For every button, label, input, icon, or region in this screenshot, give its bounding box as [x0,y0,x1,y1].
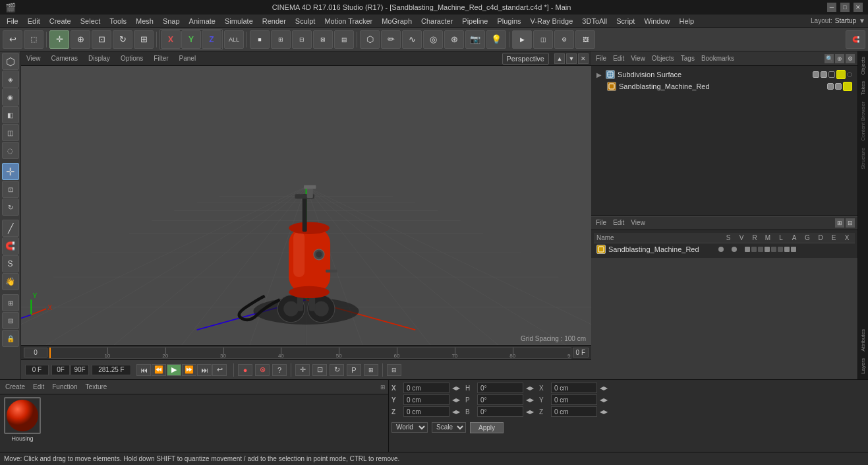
coord-sx-arrow[interactable]: ◀▶ [600,385,608,391]
maximize-btn[interactable]: □ [840,3,850,12]
undo-btn[interactable]: ↩ [3,30,22,49]
cube-btn[interactable]: ⬡ [360,30,380,49]
coord-z-arrow[interactable]: ◀▶ [452,409,460,415]
tool-rotate[interactable]: ↻ [2,199,19,216]
coord-sx-val[interactable] [551,383,597,393]
attr-col-r-box[interactable] [745,247,750,252]
all-axes-btn[interactable]: ALL [224,30,244,49]
om-row-subdiv[interactable]: ▶ Subdivision Surface [594,69,855,80]
coord-sz-val[interactable] [551,406,597,417]
record-btn[interactable]: ● [238,364,252,376]
tab-structure[interactable]: Structure [859,145,867,171]
om-menu-bookmarks[interactable]: Bookmarks [699,54,736,63]
object-btn[interactable]: ◎ [423,30,443,49]
mat-menu-function[interactable]: Function [49,383,80,391]
om-row-machine[interactable]: Sandblasting_Machine_Red [594,80,855,92]
x-axis-btn[interactable]: X [161,30,181,49]
coord-x-arrow[interactable]: ◀▶ [452,385,460,391]
coord-h-arrow[interactable]: ◀▶ [526,385,534,391]
render-to-picture-btn[interactable]: 🖼 [575,30,595,49]
question-btn[interactable]: ? [272,364,287,376]
3d-viewport[interactable]: X Y Z [21,66,591,345]
coord-sy-val[interactable] [551,394,597,405]
menu-mograph[interactable]: MoGraph [378,16,416,26]
redo-btn[interactable]: ⬚ [24,30,43,49]
layout-btn[interactable]: ⊟ [387,364,401,376]
move-tool-btn[interactable]: ⊕ [71,30,90,49]
select-move-btn[interactable]: ✛ [49,30,69,49]
om-menu-tags[interactable]: Tags [679,54,697,63]
prev-frame-btn[interactable]: ⏪ [152,364,166,376]
next-frame-btn[interactable]: ⏩ [182,364,196,376]
coord-y-arrow[interactable]: ◀▶ [452,397,460,403]
current-frame-field[interactable] [25,365,49,375]
tool-texture-mode[interactable]: ◈ [2,71,19,88]
menu-file[interactable]: File [3,16,22,26]
om-sort-btn[interactable]: ⊕ [835,54,844,63]
viewport-btn-4[interactable]: ⊠ [313,30,333,49]
snap-btn[interactable]: 🧲 [846,30,865,49]
attr-row-machine[interactable]: Sandblasting_Machine_Red [594,243,855,255]
menu-plugins[interactable]: Plugins [493,16,525,26]
menu-motion-tracker[interactable]: Motion Tracker [320,16,376,26]
vp-maximize-btn[interactable]: ▲ [554,53,565,64]
coord-world-dropdown[interactable]: World Object [391,422,428,433]
attr-col-x-box[interactable] [791,247,796,252]
menu-select[interactable]: Select [76,16,105,26]
menu-snap[interactable]: Snap [159,16,184,26]
tool-edge-mode[interactable]: ◫ [2,124,19,141]
attr-col-g-box[interactable] [771,247,776,252]
tool-lock[interactable]: 🔒 [2,330,19,347]
attr-v-dot[interactable] [732,247,737,252]
om-ed2[interactable] [835,83,842,90]
om-render-dot[interactable] [828,71,835,78]
key-pos-btn[interactable]: P [347,364,361,376]
menu-help[interactable]: Help [676,16,699,26]
om-menu-objects[interactable]: Objects [650,54,676,63]
viewport-btn-5[interactable]: ▤ [334,30,354,49]
tool-snap[interactable]: ⊟ [2,312,19,329]
tool-point-mode[interactable]: ◌ [2,142,19,159]
apply-button[interactable]: Apply [470,422,504,433]
record-stop-btn[interactable]: ⊗ [255,364,270,376]
attr-s-dot[interactable] [718,247,724,252]
frame-range-start[interactable] [51,365,70,375]
om-search-btn[interactable]: 🔍 [825,54,834,63]
viewport-btn-1[interactable]: ■ [250,30,270,49]
render-btn[interactable]: ▶ [512,30,532,49]
menu-pipeline[interactable]: Pipeline [458,16,492,26]
time-display[interactable] [92,365,131,375]
coord-b-arrow[interactable]: ◀▶ [526,409,534,415]
pen-btn[interactable]: ✏ [381,30,401,49]
coord-z-pos[interactable] [403,406,449,417]
scale-tool-btn[interactable]: ⊡ [92,30,111,49]
om-menu-edit[interactable]: Edit [611,54,626,63]
attr-icon2[interactable]: ⊟ [846,218,855,228]
coord-sz-arrow[interactable]: ◀▶ [600,409,608,415]
play-btn[interactable]: ▶ [167,364,181,376]
viewport-btn-3[interactable]: ⊟ [292,30,312,49]
menu-edit[interactable]: Edit [24,16,44,26]
frame-range-end[interactable] [71,365,89,375]
attr-icon1[interactable]: ⊞ [835,218,844,228]
om-menu-file[interactable]: File [594,54,608,63]
tab-takes[interactable]: Takes [859,78,867,98]
tool-grab[interactable]: 👋 [2,273,19,290]
goto-start-btn[interactable]: ⏮ [136,364,151,376]
attr-menu-file[interactable]: File [594,218,608,227]
menu-vray[interactable]: V-Ray Bridge [527,16,577,26]
tool-s[interactable]: S [2,255,19,272]
menu-script[interactable]: Script [612,16,639,26]
vp-tab-cameras[interactable]: Cameras [49,53,81,63]
tool-model-mode[interactable]: ⬡ [2,53,19,70]
tab-attributes[interactable]: Attributes [859,326,867,354]
vp-tab-display[interactable]: Display [86,53,113,63]
mat-view-icon[interactable]: ⊞ [380,384,386,390]
tool-move[interactable]: ✛ [2,163,19,180]
vp-tab-panel[interactable]: Panel [177,53,199,63]
om-material-swatch[interactable] [836,70,846,79]
menu-mesh[interactable]: Mesh [132,16,158,26]
viewport-btn-2[interactable]: ⊞ [271,30,291,49]
key-grid-btn[interactable]: ⊞ [364,364,378,376]
tool-paint-mode[interactable]: ◉ [2,88,19,106]
